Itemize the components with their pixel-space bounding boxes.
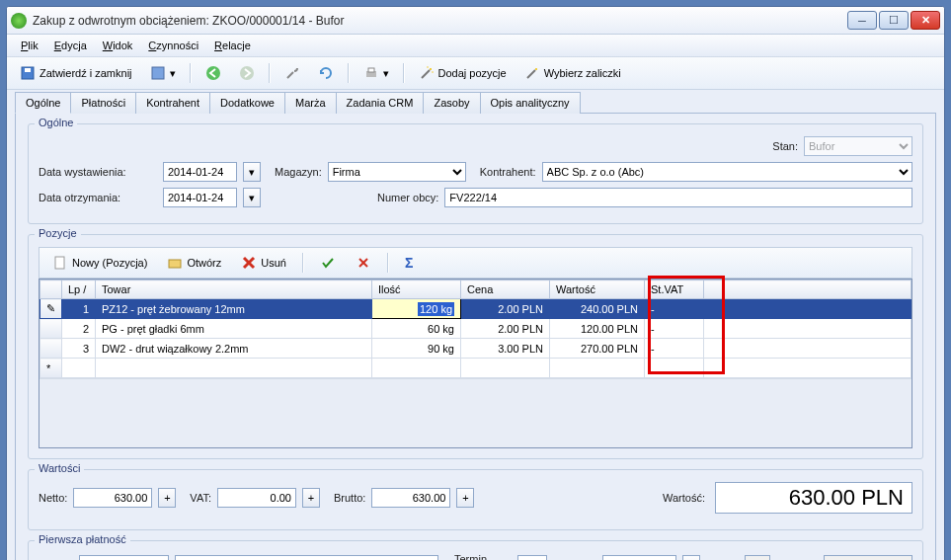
- x-icon: [356, 255, 371, 271]
- date-picker-icon[interactable]: ▾: [243, 162, 261, 182]
- menu-relacje[interactable]: Relacje: [206, 37, 259, 54]
- group-pozycje: Pozycje Nowy (Pozycja) Otwórz Usuń Σ: [28, 234, 923, 459]
- tab-zasoby[interactable]: Zasoby: [423, 92, 480, 114]
- cancel-button[interactable]: [349, 251, 378, 275]
- group-platnosc: Pierwsza płatność Forma: Przelew Firmowy…: [28, 540, 923, 560]
- sigma-icon: Σ: [405, 255, 413, 271]
- netto-input[interactable]: [73, 488, 152, 508]
- tab-platnosci[interactable]: Płatności: [70, 92, 136, 114]
- close-button[interactable]: ✕: [911, 11, 940, 30]
- print-button[interactable]: ▾: [357, 61, 396, 85]
- plus-button[interactable]: +: [158, 488, 176, 508]
- svg-point-4: [240, 66, 254, 80]
- rachunek-select[interactable]: Firmowy rachunek bankowy: [175, 555, 438, 560]
- table-row[interactable]: 3 DW2 - drut wiązałkowy 2.2mm 90 kg 3.00…: [40, 339, 911, 359]
- otworz-button[interactable]: Otwórz: [160, 251, 228, 275]
- date-picker-icon[interactable]: ▾: [682, 555, 699, 560]
- tab-kontrahent[interactable]: Kontrahent: [135, 92, 210, 114]
- refresh-icon: [318, 65, 334, 81]
- table-row[interactable]: ✎ 1 PZ12 - pręt żebrowany 12mm 120 kg 2.…: [40, 299, 911, 319]
- forward-button[interactable]: [232, 61, 262, 85]
- maximize-button[interactable]: ☐: [879, 11, 909, 30]
- svg-point-3: [206, 66, 220, 80]
- svg-line-11: [527, 70, 535, 78]
- kontrahent-label: Kontrahent:: [480, 166, 536, 178]
- termin-input[interactable]: [602, 555, 676, 560]
- back-button[interactable]: [198, 61, 228, 85]
- menu-widok[interactable]: Widok: [95, 37, 141, 54]
- plus-button[interactable]: +: [302, 488, 320, 508]
- app-icon: [11, 13, 27, 29]
- table-row-new[interactable]: *: [40, 359, 911, 378]
- magazyn-select[interactable]: Firma: [328, 162, 466, 182]
- date-picker-icon[interactable]: ▾: [243, 188, 261, 207]
- kontrahent-select[interactable]: ABC Sp. z o.o (Abc): [542, 162, 912, 182]
- svg-rect-6: [368, 68, 374, 72]
- svg-rect-13: [55, 257, 64, 269]
- tools-button[interactable]: [277, 61, 307, 85]
- numer-obcy-input[interactable]: [444, 188, 912, 207]
- tab-dodatkowe[interactable]: Dodatkowe: [209, 92, 285, 114]
- dodaj-pozycje-button[interactable]: Dodaj pozycje: [412, 61, 514, 85]
- plus-button[interactable]: +: [456, 488, 474, 508]
- save-dropdown-button[interactable]: ▾: [143, 61, 183, 85]
- wybierz-zaliczki-button[interactable]: Wybierz zaliczki: [517, 61, 628, 85]
- numer-obcy-label: Numer obcy:: [377, 192, 438, 203]
- brutto-label: Brutto:: [334, 492, 365, 504]
- svg-point-12: [535, 68, 537, 70]
- menu-czynnosci[interactable]: Czynności: [140, 37, 206, 54]
- forma-select[interactable]: Przelew: [79, 555, 169, 560]
- nowy-button[interactable]: Nowy (Pozycja): [45, 251, 154, 275]
- wrench-icon: [284, 65, 300, 81]
- kwota-input[interactable]: [824, 555, 912, 560]
- group-ogolne: Ogólne Stan: Bufor Data wystawienia: ▾ M…: [28, 123, 923, 224]
- diskette-icon: [150, 65, 166, 81]
- wand-icon: [524, 65, 540, 81]
- tab-zadania-crm[interactable]: Zadania CRM: [336, 92, 425, 114]
- tab-marza[interactable]: Marża: [284, 92, 337, 114]
- data-otrzymania-label: Data otrzymania:: [39, 192, 157, 203]
- netto-label: Netto:: [39, 492, 67, 504]
- data-wystawienia-label: Data wystawienia:: [39, 166, 157, 178]
- brutto-input[interactable]: [371, 488, 450, 508]
- save-icon: [20, 65, 36, 81]
- svg-rect-14: [169, 260, 181, 268]
- sum-button[interactable]: Σ: [398, 251, 420, 275]
- wartosc-total: 630.00 PLN: [715, 482, 912, 514]
- titlebar: Zakup z odwrotnym obciążeniem: ZKOO/0000…: [7, 7, 944, 35]
- data-wystawienia-input[interactable]: [163, 162, 237, 182]
- app-window: Zakup z odwrotnym obciążeniem: ZKOO/0000…: [6, 6, 945, 560]
- tab-ogolne[interactable]: Ogólne: [15, 92, 71, 114]
- tab-opis[interactable]: Opis analityczny: [480, 92, 581, 114]
- stan-select[interactable]: Bufor: [804, 136, 912, 156]
- termin-dni-label: Termin (dni):: [454, 553, 512, 560]
- open-icon: [167, 255, 183, 271]
- pozycje-grid[interactable]: Lp / Towar Ilość Cena Wartość St.VAT ✎ 1…: [39, 279, 912, 448]
- svg-rect-2: [152, 67, 164, 79]
- group-wartosci: Wartości Netto: + VAT: + Brutto: +: [28, 469, 923, 530]
- refresh-button[interactable]: [311, 61, 341, 85]
- vat-input[interactable]: [217, 488, 296, 508]
- check-button[interactable]: [313, 251, 343, 275]
- wand-icon: [419, 65, 435, 81]
- usun-button[interactable]: Usuń: [234, 251, 293, 275]
- table-row[interactable]: 2 PG - pręt gładki 6mm 60 kg 2.00 PLN 12…: [40, 319, 911, 339]
- check-icon: [320, 255, 336, 271]
- printer-icon: [363, 65, 379, 81]
- new-icon: [52, 255, 68, 271]
- wartosc-label: Wartość:: [663, 492, 705, 504]
- termin-dni-input[interactable]: [517, 555, 547, 560]
- svg-point-8: [430, 68, 432, 70]
- menubar: Plik Edycja Widok Czynności Relacje: [7, 35, 944, 57]
- arrow-left-icon: [205, 65, 221, 81]
- toolbar: Zatwierdź i zamknij ▾ ▾ Dodaj pozycje Wy…: [7, 57, 944, 90]
- zatwierdz-button[interactable]: Zatwierdź i zamknij: [13, 61, 139, 85]
- menu-edycja[interactable]: Edycja: [46, 37, 95, 54]
- data-otrzymania-input[interactable]: [163, 188, 237, 207]
- menu-plik[interactable]: Plik: [13, 37, 46, 54]
- stan-label: Stan:: [772, 140, 798, 152]
- raty-input[interactable]: [745, 555, 770, 560]
- minimize-button[interactable]: ─: [847, 11, 877, 30]
- window-title: Zakup z odwrotnym obciążeniem: ZKOO/0000…: [33, 14, 847, 28]
- svg-point-9: [427, 66, 428, 67]
